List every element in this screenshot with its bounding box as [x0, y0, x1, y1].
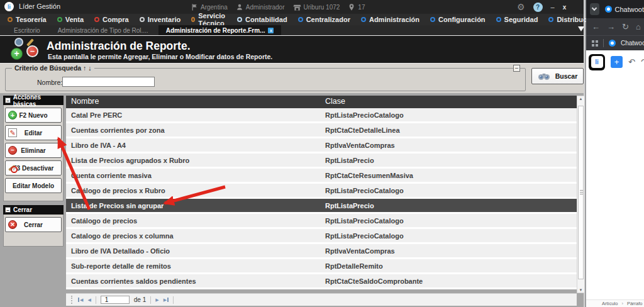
table-row[interactable]: Cuentas corrientes por zona RptCtaCteDet… — [66, 123, 577, 138]
chevron-down-icon — [592, 6, 597, 11]
pin-item: 17 — [348, 3, 365, 11]
cell-nombre: Catalogo de precios x columna — [66, 232, 174, 240]
lider-logo-text: li — [591, 56, 603, 68]
table-row[interactable]: Catalogo de precios x columna RptListaPr… — [66, 229, 577, 244]
menu-item-ring-icon — [140, 17, 145, 22]
first-page-button[interactable]: ◀ — [78, 298, 83, 302]
menu-item[interactable]: Tesorería — [8, 16, 47, 23]
table-row[interactable]: Cuentas corrientes saldos pendientes Rpt… — [66, 274, 577, 289]
cerrar-button[interactable]: Cerrar — [5, 217, 62, 232]
last-page-button[interactable]: ▶ — [164, 298, 169, 302]
previous-page-button[interactable]: ◀ — [87, 298, 91, 302]
country-label: Argentina — [201, 4, 228, 11]
action-button[interactable]: Editar Modelo — [5, 178, 62, 193]
help-icon[interactable]: ? — [533, 3, 543, 12]
menu-item[interactable]: Compra — [94, 16, 129, 23]
action-button[interactable]: F3 Desactivar — [5, 160, 62, 176]
current-page-field[interactable]: 1 — [101, 296, 130, 304]
settings-gear-icon[interactable]: ⚙ — [517, 2, 525, 12]
document-tab[interactable]: Escritorio — [6, 25, 48, 35]
app-title: Líder Gestión — [19, 3, 60, 10]
cell-nombre: Lista de Precios sin agrupar — [66, 202, 164, 209]
section-collapse-icon[interactable]: – — [5, 98, 11, 103]
user-icon — [236, 3, 243, 11]
table-row[interactable]: Catálogo de precios RptListaPrecioCatalo… — [66, 214, 577, 229]
menu-item[interactable]: Seguridad — [496, 16, 538, 23]
menu-item[interactable]: Contabilidad — [237, 16, 287, 23]
nombre-input[interactable] — [62, 77, 155, 87]
document-tab[interactable]: Administración de Tipo de Rol.... — [50, 25, 156, 35]
magnifier-icon — [14, 38, 23, 47]
menu-item[interactable]: Configuración — [430, 16, 486, 23]
table-row[interactable]: Lista de Precios agrupados x Rubro RptLi… — [66, 154, 577, 169]
menu-item-ring-icon — [94, 17, 99, 22]
bookmark-label[interactable]: Chatwoot — [621, 40, 644, 47]
menu-item-ring-icon — [57, 17, 62, 22]
menu-item-label: Tesorería — [16, 16, 47, 23]
section-collapse-icon[interactable]: – — [5, 207, 11, 213]
undo-icon[interactable]: ↶ — [628, 57, 635, 67]
table-row[interactable]: Libro de IVA Detallado - Oficio RptIvaVe… — [66, 244, 577, 259]
menu-item-label: Administración — [369, 16, 419, 23]
page-subtitle: Esta pantalla le permite Agregar, Elimin… — [48, 53, 272, 60]
close-section-header[interactable]: – Cerrar — [3, 205, 64, 215]
title-bar: li Líder Gestión Argentina Administrador… — [0, 0, 584, 14]
scrollbar-thumb[interactable] — [578, 106, 584, 279]
menu-item[interactable]: Inventario — [140, 16, 181, 23]
cell-clase: RptListaPrecio — [325, 202, 374, 209]
browser-tab[interactable]: Chatwoot — [605, 6, 644, 13]
action-button[interactable]: F2 Nuevo — [5, 108, 62, 123]
table-row[interactable]: Cuenta corriente masiva RptCtaCteResumen… — [66, 169, 577, 184]
buscar-button[interactable]: Buscar — [531, 68, 584, 84]
tab-overflow-indicator — [578, 26, 584, 31]
breadcrumb-parrafo[interactable]: Párrafo — [627, 301, 643, 306]
forward-icon[interactable]: → — [607, 22, 615, 31]
back-icon[interactable]: ← — [592, 22, 600, 31]
next-page-button[interactable]: ▶ — [155, 298, 158, 302]
table-row[interactable]: Catal Pre PERC RptListaPrecioCatalogo — [66, 108, 577, 123]
actions-section-header[interactable]: – Acciones básicas — [3, 96, 64, 105]
menu-item-ring-icon — [361, 17, 366, 22]
table-row[interactable]: Lista de Precios sin agrupar RptListaPre… — [66, 199, 577, 214]
reload-icon[interactable]: ↻ — [622, 22, 629, 31]
report-admin-icon: + – — [10, 38, 42, 61]
binoculars-icon — [538, 72, 550, 81]
table-row[interactable]: Sub-reporte detalle de remitos RptDetall… — [66, 259, 577, 274]
cell-nombre: Sub-reporte detalle de remitos — [66, 262, 171, 270]
column-header-clase[interactable]: Clase — [325, 97, 345, 106]
scroll-down-icon[interactable]: ▼ — [577, 288, 584, 292]
browser-window: Chatwoot ← → ↻ ⌂ Chatwoot li + ↶ ↷ Artíc… — [586, 0, 644, 307]
menu-item-ring-icon — [430, 17, 435, 22]
menu-item[interactable]: Venta — [57, 16, 84, 23]
breadcrumb-articulo[interactable]: Artículo — [602, 301, 618, 306]
menu-item-label: Configuración — [438, 16, 486, 23]
tab-search-chevron-button[interactable] — [590, 3, 599, 15]
cell-clase: RptDetalleRemito — [325, 262, 383, 270]
search-group-title: Criterio de Búsqueda ↑ ↓ — [12, 64, 94, 72]
redo-icon[interactable]: ↷ — [641, 57, 644, 67]
table-row[interactable]: Libro de IVA - A4 RptIvaVentaCompras — [66, 138, 577, 154]
tab-close-icon[interactable]: x — [268, 28, 274, 33]
column-header-nombre[interactable]: Nombre — [71, 97, 99, 106]
table-row[interactable]: Catálogo de precios x Rubro RptListaPrec… — [66, 184, 577, 199]
scroll-up-icon[interactable]: ▲ — [577, 97, 584, 101]
app-window: li Líder Gestión Argentina Administrador… — [0, 0, 585, 307]
group-collapse-button[interactable]: – — [513, 65, 520, 72]
add-button[interactable]: + — [611, 56, 623, 68]
action-button[interactable]: Editar — [5, 125, 62, 140]
pager-grip — [71, 296, 72, 304]
home-icon[interactable]: ⌂ — [636, 22, 641, 31]
lider-extension-icon[interactable]: li — [589, 54, 605, 70]
close-button[interactable]: x — [563, 4, 567, 11]
chatwoot-favicon — [605, 6, 612, 13]
menu-item[interactable]: Administración — [361, 16, 419, 23]
cell-clase: RptListaPrecioCatalogo — [325, 187, 404, 194]
document-tab[interactable]: Administración de Reporte.Frm... x — [158, 25, 282, 35]
table-scrollbar[interactable]: ▲ ▼ — [577, 96, 585, 293]
buscar-label: Buscar — [555, 72, 578, 80]
menu-item[interactable]: Centralizador — [298, 16, 350, 23]
action-button[interactable]: Eliminar — [5, 143, 62, 158]
minimize-button[interactable]: – — [551, 3, 555, 11]
apps-grid-icon[interactable] — [592, 40, 598, 47]
page-count-label: de 1 — [134, 296, 146, 303]
